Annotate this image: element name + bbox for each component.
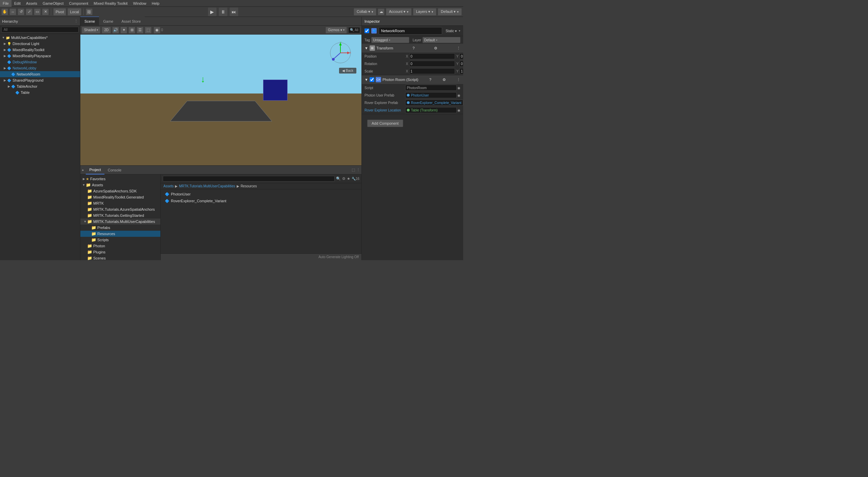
file-roverexplorer[interactable]: 🔷 RoverExplorer_Complete_Variant (163, 198, 359, 204)
script-ref[interactable]: PhotonRoom (405, 85, 457, 91)
scale-x-input[interactable] (409, 68, 455, 74)
scene-icon3[interactable]: ⬚ (145, 27, 152, 34)
rot-y-input[interactable] (459, 61, 463, 67)
sidebar-mrtk-getting[interactable]: 📁 MRTK.Tutorials.GettingStarted (80, 212, 160, 219)
object-name-field[interactable] (379, 27, 442, 35)
play-btn[interactable]: ▶ (208, 7, 217, 16)
tag-dropdown[interactable]: Untagged (371, 37, 409, 43)
hierarchy-item-sharedplayground[interactable]: ▶ 🔷 SharedPlayground (0, 77, 80, 83)
tool-move[interactable]: ↔ (9, 8, 16, 15)
sidebar-mrtk[interactable]: 📁 MRTK (80, 200, 160, 206)
sidebar-resources[interactable]: 📁 Resources (80, 231, 160, 237)
tab-project[interactable]: Project (86, 166, 104, 174)
photon-more[interactable]: ⋮ (457, 78, 460, 82)
tab-console[interactable]: Console (104, 166, 125, 174)
rover-location-circle[interactable]: ◉ (457, 108, 460, 112)
scene-icon4[interactable]: ◉ (154, 27, 160, 34)
rover-location-ref[interactable]: Table (Transform) (405, 107, 457, 113)
menu-help[interactable]: Help (149, 0, 162, 7)
hierarchy-item-networkroom[interactable]: 🔷 NetworkRoom (0, 71, 80, 77)
add-component-btn[interactable]: Add Component (367, 120, 403, 127)
bottom-maximize[interactable]: ⬚ (352, 168, 355, 172)
layers-dropdown[interactable]: Layers ▾ (413, 8, 436, 16)
pause-btn[interactable]: ⏸ (219, 7, 228, 16)
photon-enabled[interactable] (370, 77, 374, 82)
photon-user-ref[interactable]: PhotonUser (405, 92, 457, 98)
project-search-input[interactable] (163, 176, 335, 182)
sidebar-scenes[interactable]: 📁 Scenes (80, 255, 160, 260)
filter-icon[interactable]: ⚙ (342, 177, 346, 181)
tab-asset-store[interactable]: Asset Store (117, 17, 145, 25)
local-btn[interactable]: Local (67, 8, 81, 16)
search-icon[interactable]: 🔍 (336, 177, 341, 181)
sidebar-mrtk-gen[interactable]: 📁 MixedRealityToolkit.Generated (80, 194, 160, 200)
mode-2d-btn[interactable]: 2D (102, 27, 111, 34)
script-circle[interactable]: ◉ (457, 86, 460, 90)
menu-edit[interactable]: Edit (12, 0, 23, 7)
hierarchy-item-tableanchor[interactable]: ▶ 🔷 TableAnchor (0, 83, 80, 89)
pivot-btn[interactable]: Pivot (53, 8, 66, 16)
tab-scene[interactable]: Scene (80, 17, 99, 25)
scene-icon1[interactable]: ⊞ (129, 27, 135, 34)
transform-title-bar[interactable]: ▼ ⊞ Transform ? ⚙ ⋮ (362, 44, 463, 53)
menu-component[interactable]: Component (66, 0, 91, 7)
hierarchy-item-mrtk[interactable]: ▶ 🔷 MixedRealityToolkit (0, 47, 80, 53)
hierarchy-item-directional-light[interactable]: ▶ 💡 Directional Light (0, 41, 80, 47)
pos-y-input[interactable] (459, 53, 463, 59)
scene-back-btn[interactable]: ◀ Back (339, 68, 356, 74)
sidebar-assets[interactable]: ▼ 📁 Assets (80, 182, 160, 188)
tab-game[interactable]: Game (99, 17, 117, 25)
tool-hand[interactable]: ✋ (1, 8, 8, 15)
sidebar-photon[interactable]: 📁 Photon (80, 243, 160, 249)
account-dropdown[interactable]: Account ▾ (386, 8, 412, 16)
hierarchy-root[interactable]: ▼ 📁 MultiUserCapabilities* (0, 35, 80, 41)
sidebar-mrtk-azure[interactable]: 📁 MRTK.Tutorials.AzureSpatialAnchors (80, 206, 160, 212)
effects-btn[interactable]: ✦ (120, 27, 127, 34)
hierarchy-item-networklobby[interactable]: ▶ 🔷 NetworkLobby (0, 65, 80, 71)
transform-help[interactable]: ? (413, 46, 415, 50)
breadcrumb-assets[interactable]: Assets (163, 184, 174, 188)
layout-dropdown[interactable]: Default ▾ (438, 8, 462, 16)
tool-transform[interactable]: ✕ (42, 8, 49, 15)
menu-gameobject[interactable]: GameObject (40, 0, 66, 7)
add-btn[interactable]: + (82, 168, 84, 172)
photon-user-circle[interactable]: ◉ (457, 94, 460, 97)
rover-prefab-ref[interactable]: RoverExplorer_Complete_Variant (405, 100, 463, 106)
hierarchy-item-table[interactable]: 🔷 Table (0, 89, 80, 96)
menu-file[interactable]: File (0, 0, 12, 7)
link-icon[interactable]: ⛓ (86, 8, 93, 15)
tool-rect[interactable]: ▭ (34, 8, 41, 15)
breadcrumb-resources[interactable]: Resources (241, 184, 257, 188)
menu-window[interactable]: Window (130, 0, 149, 7)
photon-gear[interactable]: ⚙ (442, 78, 446, 82)
object-enabled-checkbox[interactable] (364, 28, 369, 33)
transform-gear[interactable]: ⚙ (434, 46, 437, 50)
hierarchy-item-mrplayspace[interactable]: ▶ 🔷 MixedRealityPlayspace (0, 53, 80, 59)
static-arrow[interactable]: ▾ (459, 29, 460, 33)
hierarchy-search-input[interactable] (1, 27, 79, 33)
sidebar-mrtk-multi[interactable]: ▼ 📁 MRTK.Tutorials.MultiUserCapabilities (80, 219, 160, 225)
file-photonuser[interactable]: 🔷 PhotonUser (163, 191, 359, 198)
scene-view[interactable]: ↑ → ☁ (80, 35, 361, 165)
menu-mrtk[interactable]: Mixed Reality Toolkit (91, 0, 130, 7)
step-btn[interactable]: ⏭ (230, 7, 238, 16)
favorite-icon[interactable]: ★ (347, 177, 350, 181)
shading-dropdown[interactable]: Shaded (82, 27, 100, 34)
rot-x-input[interactable] (409, 61, 455, 67)
scene-icon2[interactable]: ☰ (137, 27, 143, 34)
cloud-icon[interactable]: ☁ (378, 8, 384, 15)
sidebar-azure[interactable]: 📁 AzureSpatialAnchors.SDK (80, 188, 160, 194)
menu-assets[interactable]: Assets (23, 0, 40, 7)
audio-btn[interactable]: 🔊 (112, 27, 119, 34)
tool-rotate[interactable]: ↺ (18, 8, 24, 15)
pos-x-input[interactable] (409, 53, 455, 59)
sidebar-plugins[interactable]: 📁 Plugins (80, 249, 160, 255)
photon-title-bar[interactable]: ▼ C# Photon Room (Script) ? ⚙ ⋮ (362, 75, 463, 84)
sidebar-prefabs[interactable]: 📁 Prefabs (80, 225, 160, 231)
sidebar-favorites[interactable]: ▶ ★ Favorites (80, 176, 160, 182)
collab-dropdown[interactable]: Collab ▾ (354, 8, 376, 16)
photon-help[interactable]: ? (429, 78, 431, 82)
hierarchy-more[interactable]: ⋮ (74, 19, 78, 23)
scale-y-input[interactable] (459, 68, 463, 74)
tool-scale[interactable]: ⤢ (26, 8, 33, 15)
